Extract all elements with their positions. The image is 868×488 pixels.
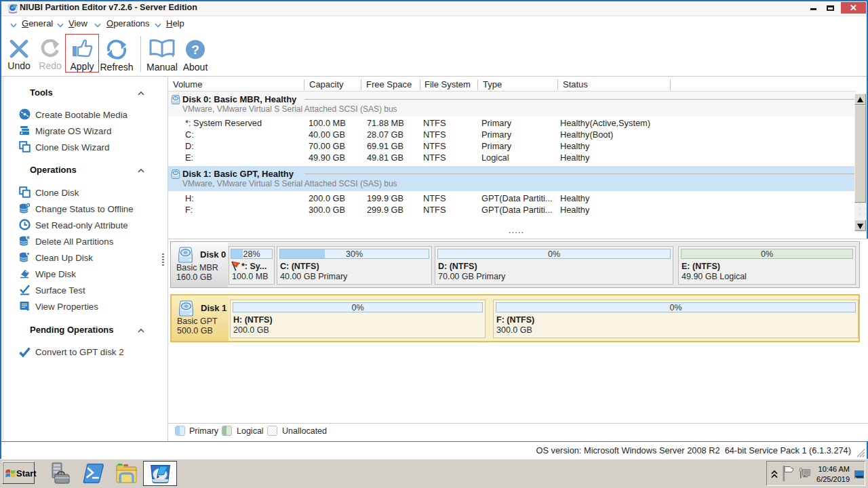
svg-text:?: ? <box>191 43 199 57</box>
